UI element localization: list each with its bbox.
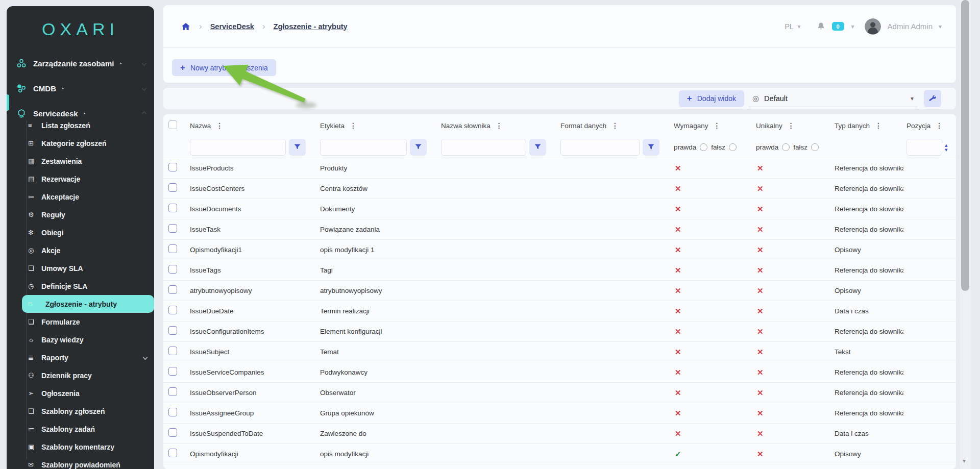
table-row[interactable]: IssueDocuments Dokumenty ✕ ✕ Referencja … [163,199,956,219]
sidebar-item[interactable]: ⚇ Dziennik pracy [22,366,154,384]
table-row[interactable]: IssueSubject Temat ✕ ✕ Tekst [163,342,956,362]
cell-type: Referencja do słownika [831,226,903,233]
new-attribute-button[interactable]: + Nowy atrybut zgłoszenia [172,59,276,76]
row-checkbox[interactable] [168,163,177,171]
sidebar-item[interactable]: ▤ Rezerwacje [22,170,154,188]
sidebar-item[interactable]: ◎ Akcje [22,241,154,259]
select-all-checkbox[interactable] [168,120,177,129]
brand-logo: OXARI [7,19,154,39]
table-row[interactable]: IssueProducts Produkty ✕ ✕ Referencja do… [163,158,956,179]
sidebar-section-assets[interactable]: Zarządzanie zasobami ◔ [7,55,154,72]
scrollbar-thumb[interactable] [961,0,969,291]
column-menu-icon[interactable]: ⋮ [936,121,943,130]
cell-type: Referencja do słownika [831,409,903,417]
column-menu-icon[interactable]: ⋮ [350,121,357,130]
table-row[interactable]: atrybutnowyopisowy atrybutnowyopisowy ✕ … [163,281,956,301]
row-checkbox[interactable] [168,367,177,376]
column-menu-icon[interactable]: ⋮ [496,121,503,130]
scrollbar-down-icon[interactable]: ▾ [963,457,966,464]
sidebar-item[interactable]: ≣ Raporty [22,349,154,366]
table-row[interactable]: IssueServiceCompanies Podwykonawcy ✕ ✕ R… [163,362,956,383]
table-row[interactable]: Opismodyfikacji1 opis modyfikacji 1 ✕ ✕ … [163,240,956,260]
avatar[interactable] [865,18,881,35]
row-checkbox[interactable] [168,326,177,335]
sidebar-item[interactable]: ✻ Obiegi [22,224,154,241]
row-checkbox[interactable] [168,449,177,457]
sidebar-item[interactable]: ◷ Definicje SLA [22,277,154,295]
radio-falsz[interactable] [811,143,819,151]
sidebar-item[interactable]: ⊞ Kategorie zgłoszeń [22,134,154,152]
table-row[interactable]: IssueTask Powiązane zadania ✕ ✕ Referenc… [163,219,956,240]
table-row[interactable]: Opismodyfikacji opis modyfikacji ✓ ✕ Opi… [163,444,956,464]
row-checkbox[interactable] [168,428,177,437]
row-checkbox[interactable] [168,204,177,212]
column-menu-icon[interactable]: ⋮ [788,121,795,130]
filter-input-pozycja[interactable] [906,139,942,156]
table-row[interactable]: IssueCostCenters Centra kosztów ✕ ✕ Refe… [163,179,956,199]
row-checkbox[interactable] [168,244,177,253]
table-row[interactable]: IssueSuspendedToDate Zawieszone do ✕ ✕ D… [163,424,956,444]
breadcrumb-link-current[interactable]: Zgłoszenie - atrybuty [274,22,348,31]
filter-button[interactable] [410,139,427,156]
required-indicator: ✕ [671,409,753,418]
breadcrumb-link-servicedesk[interactable]: ServiceDesk [210,22,254,31]
table-row[interactable]: IssueConfigurationItems Element konfigur… [163,322,956,342]
filter-input-format-danych[interactable] [560,139,640,156]
row-checkbox[interactable] [168,224,177,233]
sidebar-item[interactable]: ❏ Umowy SLA [22,259,154,277]
language-selector[interactable]: PL ▾ [785,22,800,31]
radio-falsz[interactable] [729,143,737,151]
spinner-down-icon[interactable]: ▾ [945,147,948,152]
filter-button[interactable] [289,139,306,156]
column-header-nazwa-slownika: Nazwa słownika⋮ [438,121,557,130]
cell-label: Podwykonawcy [317,368,438,376]
row-checkbox[interactable] [168,183,177,192]
sidebar-item[interactable]: ≔ Akceptacje [22,188,154,206]
column-menu-icon[interactable]: ⋮ [216,121,223,130]
sidebar-item[interactable]: ≡ Lista zgłoszeń [22,116,154,134]
row-checkbox[interactable] [168,306,177,314]
row-checkbox[interactable] [168,347,177,355]
sidebar-item[interactable]: ➢ Ogłoszenia [22,384,154,402]
sidebar-section-cmdb[interactable]: CMDB ◔ [7,80,154,97]
sidebar-item[interactable]: ▣ Szablony komentarzy [22,438,154,456]
sidebar-item[interactable]: ⚙ Reguły [22,206,154,224]
unique-indicator: ✕ [753,245,831,255]
table-row[interactable]: IssueTags Tagi ✕ ✕ Referencja do słownik… [163,260,956,281]
filter-input-nazwa-slownika[interactable] [441,139,526,156]
row-checkbox[interactable] [168,408,177,416]
radio-prawda[interactable] [700,143,707,151]
filter-button[interactable] [529,139,546,156]
column-menu-icon[interactable]: ⋮ [611,121,619,130]
table-row[interactable]: IssueObserverPerson Obserwator ✕ ✕ Refer… [163,383,956,403]
table-row[interactable]: IssueDueDate Termin realizacji ✕ ✕ Data … [163,301,956,322]
sidebar-item[interactable]: ≡ Zgłoszenie - atrybuty [22,295,154,313]
home-icon[interactable] [181,21,191,32]
view-selector[interactable]: ◎ Default ▾ [748,90,918,107]
filter-input-etykieta[interactable] [320,139,407,156]
row-checkbox[interactable] [168,387,177,396]
bell-icon[interactable] [816,21,826,31]
column-menu-icon[interactable]: ⋮ [713,121,720,130]
column-header-format-danych: Format danych⋮ [557,121,671,130]
row-checkbox[interactable] [168,285,177,294]
chevron-down-icon[interactable]: ▾ [851,23,854,30]
sidebar-item[interactable]: ❏ Szablony zgłoszeń [22,402,154,420]
column-menu-icon[interactable]: ⋮ [875,121,882,130]
add-view-button[interactable]: + Dodaj widok [679,90,744,107]
sidebar-item[interactable]: ≔ Szablony zadań [22,420,154,438]
table-row[interactable]: IssueAssigneeGroup Grupa opiekunów ✕ ✕ R… [163,403,956,424]
radio-prawda[interactable] [782,143,790,151]
chevron-down-icon[interactable]: ▾ [939,23,942,30]
user-name[interactable]: Admin Admin [888,22,933,31]
row-checkbox[interactable] [168,265,177,274]
filter-input-nazwa[interactable] [190,139,286,156]
sidebar-item[interactable]: ✉ Szablony powiadomień [22,456,154,469]
checklist-icon: ≔ [28,193,41,201]
sidebar-item[interactable]: ❏ Formularze [22,313,154,331]
sidebar-item[interactable]: ☼ Bazy wiedzy [22,331,154,349]
filter-button[interactable] [643,139,659,156]
sidebar-item[interactable]: ▦ Zestawienia [22,152,154,170]
view-settings-button[interactable] [924,90,941,107]
cell-label: Produkty [317,164,438,172]
